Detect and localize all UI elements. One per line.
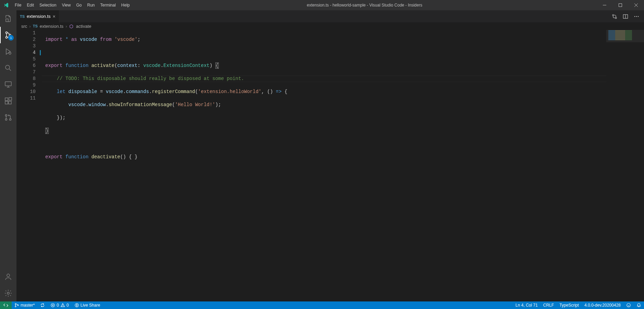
remote-indicator[interactable]: [0, 301, 12, 309]
maximize-button[interactable]: [612, 0, 628, 10]
modified-line-indicator: [40, 50, 41, 55]
line-number: 10: [16, 89, 42, 95]
svg-rect-6: [5, 82, 11, 86]
activity-explorer[interactable]: [0, 10, 16, 27]
problems-status[interactable]: 0 0: [48, 301, 71, 309]
svg-point-22: [15, 304, 16, 305]
menu-bar: File Edit Selection View Go Run Terminal…: [12, 0, 132, 10]
line-number: 1: [16, 30, 42, 36]
menu-go[interactable]: Go: [73, 0, 84, 10]
activity-extensions[interactable]: [0, 93, 16, 109]
line-number: 5: [16, 56, 42, 62]
close-button[interactable]: [628, 0, 644, 10]
line-number-gutter: 1 2 3 4 5 6 7 8 9 10 11: [16, 30, 42, 301]
svg-point-1: [6, 32, 8, 34]
live-share-status[interactable]: Live Share: [72, 301, 103, 309]
git-sync-status[interactable]: [37, 301, 48, 309]
editor-tabs: TS extension.ts ×: [16, 10, 644, 22]
svg-point-14: [7, 274, 10, 277]
menu-run[interactable]: Run: [84, 0, 97, 10]
typescript-version-status[interactable]: 4.0.0-dev.20200428: [582, 301, 623, 309]
git-branch-status[interactable]: master*: [12, 301, 37, 309]
menu-file[interactable]: File: [12, 0, 24, 10]
svg-point-17: [615, 17, 617, 19]
line-number: 11: [16, 95, 42, 102]
eol-status[interactable]: CRLF: [540, 301, 557, 309]
svg-point-16: [612, 14, 614, 16]
method-icon: [69, 23, 74, 29]
chevron-right-icon: ›: [28, 24, 31, 29]
line-number: 8: [16, 76, 42, 82]
typescript-file-icon: TS: [33, 24, 38, 28]
activity-search[interactable]: [0, 60, 16, 76]
window-title: extension.ts - helloworld-sample - Visua…: [132, 3, 597, 8]
line-number: 4: [16, 49, 42, 56]
editor-area[interactable]: 1 2 3 4 5 6 7 8 9 10 11 import * as vsco…: [16, 30, 644, 301]
more-actions-button[interactable]: [632, 12, 641, 21]
split-editor-button[interactable]: [621, 12, 630, 21]
breadcrumbs[interactable]: src › TS extension.ts › activate: [16, 22, 644, 30]
breadcrumb-file[interactable]: extension.ts: [40, 24, 63, 29]
svg-point-2: [6, 37, 8, 38]
line-number: 3: [16, 43, 42, 49]
svg-point-23: [15, 306, 16, 307]
cursor-position-status[interactable]: Ln 4, Col 71: [513, 301, 540, 309]
warnings-count: 0: [67, 303, 69, 308]
chevron-right-icon: ›: [65, 24, 68, 29]
menu-edit[interactable]: Edit: [24, 0, 37, 10]
tab-close-icon[interactable]: ×: [52, 14, 55, 19]
svg-point-5: [5, 65, 10, 69]
open-changes-button[interactable]: [610, 12, 619, 21]
svg-point-12: [5, 119, 7, 121]
svg-rect-8: [5, 101, 8, 104]
line-number: 7: [16, 69, 42, 76]
minimize-button[interactable]: [597, 0, 612, 10]
line-number: 2: [16, 36, 42, 43]
activity-bar: 1: [0, 10, 16, 301]
line-number: 9: [16, 82, 42, 89]
svg-point-20: [636, 16, 637, 17]
menu-selection[interactable]: Selection: [37, 0, 59, 10]
activity-run-debug[interactable]: [0, 43, 16, 60]
svg-rect-0: [619, 4, 622, 7]
minimap[interactable]: [606, 30, 644, 301]
svg-rect-9: [9, 101, 11, 104]
vscode-insiders-logo: [0, 2, 12, 8]
svg-rect-7: [5, 98, 8, 101]
svg-point-11: [5, 115, 7, 116]
menu-help[interactable]: Help: [119, 0, 133, 10]
menu-terminal[interactable]: Terminal: [97, 0, 118, 10]
svg-point-15: [7, 292, 9, 294]
git-branch-name: master*: [21, 303, 35, 308]
menu-view[interactable]: View: [59, 0, 73, 10]
feedback-status[interactable]: [623, 301, 634, 309]
live-share-label: Live Share: [81, 303, 100, 308]
breadcrumb-symbol[interactable]: activate: [76, 24, 91, 29]
line-number: 6: [16, 62, 42, 69]
title-bar: File Edit Selection View Go Run Terminal…: [0, 0, 644, 10]
activity-github-pr[interactable]: [0, 109, 16, 126]
tab-label: extension.ts: [27, 14, 50, 19]
activity-accounts[interactable]: [0, 268, 16, 285]
svg-point-13: [10, 119, 11, 121]
errors-count: 0: [57, 303, 59, 308]
window-controls: [597, 0, 644, 10]
editor-tab-active[interactable]: TS extension.ts ×: [16, 10, 59, 22]
breadcrumb-folder[interactable]: src: [21, 24, 27, 29]
svg-point-4: [9, 52, 11, 54]
svg-rect-10: [9, 98, 12, 100]
editor-group: TS extension.ts × src › TS extension: [16, 10, 644, 301]
typescript-file-icon: TS: [20, 14, 25, 19]
activity-source-control[interactable]: 1: [0, 27, 16, 43]
language-mode-status[interactable]: TypeScript: [557, 301, 582, 309]
scm-badge: 1: [8, 35, 14, 41]
svg-point-27: [627, 304, 631, 307]
activity-remote-explorer[interactable]: [0, 76, 16, 93]
status-bar: master* 0 0 Live Share Ln 4, Col 71 CRLF…: [0, 301, 644, 309]
svg-point-21: [638, 16, 639, 17]
notifications-status[interactable]: [634, 301, 644, 309]
svg-point-19: [634, 16, 635, 17]
activity-manage[interactable]: [0, 285, 16, 301]
code-content[interactable]: import * as vscode from 'vscode'; export…: [42, 30, 644, 301]
